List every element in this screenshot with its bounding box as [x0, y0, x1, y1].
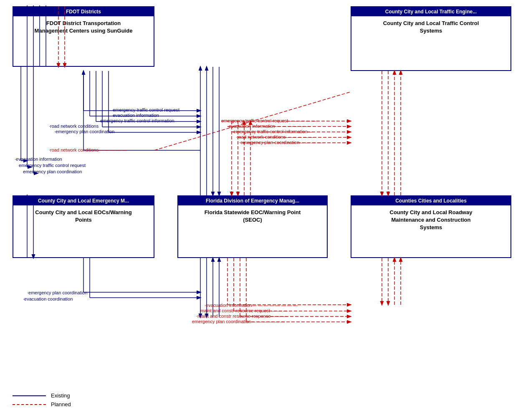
label-maint-req-red: maint and constr resource request — — — — [200, 308, 288, 313]
legend-existing-line — [13, 395, 46, 396]
counties-header: Counties Cities and Localities — [351, 196, 510, 205]
fdot-box: FDOT Districts FDOT District Transportat… — [13, 6, 154, 67]
label-emergency-plan-left: emergency plan coordination — [23, 169, 82, 174]
fdot-header: FDOT Districts — [13, 7, 154, 16]
counties-box: Counties Cities and Localities County Ci… — [351, 195, 511, 258]
county-emergency-header: County City and Local Emergency M... — [13, 196, 154, 205]
florida-eoc-header: Florida Division of Emergency Manag... — [178, 196, 327, 205]
label-emergency-traffic-req-red: emergency traffic control request— — — —… — [221, 118, 316, 123]
label-maint-resp-red: ·maint and constr resource response— — — — [196, 314, 287, 319]
label-emergency-plan-1: ·emergency plan coordination — [54, 129, 114, 134]
label-emergency-traffic-left: emergency traffic control request — [19, 163, 86, 168]
legend: Existing Planned — [13, 392, 71, 407]
label-emergency-traffic-request-1: emergency traffic control request — [113, 107, 179, 112]
diagram-container: FDOT Districts FDOT District Transportat… — [0, 0, 518, 420]
label-road-network-1: ·road network conditions — [49, 124, 99, 129]
legend-planned-line — [13, 404, 46, 405]
florida-eoc-body: Florida Statewide EOC/Warning Point(SEOC… — [178, 205, 327, 227]
traffic-control-box: County City and Local Traffic Engine... … — [351, 6, 511, 71]
florida-eoc-box: Florida Division of Emergency Manag... F… — [177, 195, 328, 258]
label-evacuation-red: ·evacuation information — — — — — — — [227, 124, 310, 129]
legend-planned-label: Planned — [51, 401, 71, 407]
label-road-network-left: ·road network conditions— — — — — — [49, 147, 126, 152]
legend-existing: Existing — [13, 392, 71, 399]
legend-existing-label: Existing — [51, 392, 70, 399]
label-emergency-plan-red-bottom: emergency plan coordination— — — — — — — [192, 319, 285, 324]
label-evacuation-left: ·evacuation information — [15, 157, 62, 162]
county-emergency-box: County City and Local Emergency M... Cou… — [13, 195, 154, 258]
label-emergency-traffic-info-1: emergency traffic control information — [100, 118, 174, 123]
label-emergency-plan-bottom: ·emergency plan coordination — [27, 290, 87, 295]
label-road-network-red: ·road network conditions— — — — — — [236, 134, 313, 139]
label-evacuation-coord: ·evacuation coordination — [23, 296, 73, 301]
label-evacuation-info-red-bottom: ·evacuation information— — — — — — — — — [205, 303, 298, 308]
counties-body: County City and Local RoadwayMaintenance… — [351, 205, 510, 235]
county-emergency-body: County City and Local EOCs/WarningPoints — [13, 205, 154, 227]
traffic-control-body: County City and Local Traffic ControlSys… — [351, 16, 510, 38]
traffic-control-header: County City and Local Traffic Engine... — [351, 7, 510, 16]
fdot-body: FDOT District TransportationManagement C… — [13, 16, 154, 38]
legend-planned: Planned — [13, 401, 71, 407]
label-evacuation-info-1: evacuation information — [113, 113, 159, 118]
label-emergency-traffic-info-red: ·emergency traffic control information— — [232, 129, 312, 134]
label-emergency-plan-red: ·emergency plan coordination— — — — — [239, 140, 321, 145]
